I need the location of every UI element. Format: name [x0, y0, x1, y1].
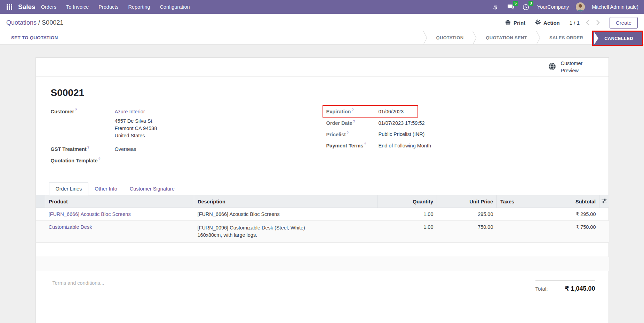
column-header-product[interactable]: Product	[45, 195, 194, 208]
table-row[interactable]: Customizable Desk [FURN_0096] Customizab…	[36, 221, 609, 243]
user-menu[interactable]: Mitchell Admin (sale)	[592, 4, 638, 10]
empty-row[interactable]	[36, 257, 609, 271]
statusbar: SET TO QUOTATION QUOTATION QUOTATION SEN…	[0, 31, 644, 45]
pricelist-field-label: Pricelist?	[326, 131, 379, 137]
row-handle-column	[36, 195, 45, 208]
printer-icon	[505, 19, 511, 26]
menu-products[interactable]: Products	[98, 4, 118, 10]
breadcrumb-quotations[interactable]: Quotations	[6, 19, 37, 26]
breadcrumb-current: S00021	[42, 19, 63, 26]
step-notch-icon	[594, 32, 599, 46]
row-handle[interactable]	[36, 208, 45, 221]
taxes-cell[interactable]	[497, 208, 525, 221]
quantity-cell[interactable]: 1.00	[377, 208, 437, 221]
field-column-right: Expiration? 01/06/2023 Order Date? 01/07…	[318, 108, 594, 168]
menu-orders[interactable]: Orders	[41, 4, 56, 10]
status-step-quotation[interactable]: QUOTATION	[427, 31, 473, 44]
app-name[interactable]: Sales	[18, 3, 35, 11]
customer-preview-button[interactable]: Customer Preview	[539, 58, 609, 76]
help-icon: ?	[351, 108, 353, 112]
field-group: Customer? Azure Interior 4557 De Silva S…	[36, 108, 609, 168]
table-header-row: Product Description Quantity Unit Price …	[36, 195, 609, 208]
help-icon: ?	[347, 131, 349, 135]
cancelled-label: CANCELLED	[604, 36, 633, 41]
customer-preview-label-1: Customer	[561, 60, 583, 67]
company-switcher[interactable]: YourCompany	[537, 4, 569, 10]
column-header-taxes[interactable]: Taxes	[497, 195, 525, 208]
gst-treatment-field-value[interactable]: Overseas	[115, 146, 136, 152]
table-row[interactable]: [FURN_6666] Acoustic Bloc Screens [FURN_…	[36, 208, 609, 221]
help-icon: ?	[87, 146, 89, 150]
pager-next-icon[interactable]	[596, 19, 600, 26]
form-view: Customer Preview S00021 Customer? Azure …	[0, 45, 644, 323]
breadcrumb: Quotations / S00021	[6, 19, 63, 26]
globe-icon	[548, 63, 556, 72]
payment-terms-field-label: Payment Terms?	[326, 142, 379, 148]
total-value: ₹ 1,045.00	[565, 285, 595, 292]
messages-count-badge: 5	[513, 1, 518, 6]
menu-configuration[interactable]: Configuration	[160, 4, 190, 10]
activities-clock-icon[interactable]: 3	[522, 3, 530, 11]
description-cell[interactable]: [FURN_0096] Customizable Desk (Steel, Wh…	[194, 221, 377, 243]
pager-previous-icon[interactable]	[586, 19, 590, 26]
messages-icon[interactable]: 5	[507, 3, 515, 11]
step-separator-icon	[472, 31, 477, 44]
action-button[interactable]: Action	[535, 19, 560, 26]
taxes-cell[interactable]	[497, 221, 525, 243]
set-to-quotation-button[interactable]: SET TO QUOTATION	[11, 35, 58, 40]
page-title: S00021	[51, 87, 609, 98]
row-handle[interactable]	[36, 221, 45, 243]
total-label: Total:	[535, 286, 548, 292]
tab-order-lines[interactable]: Order Lines	[49, 182, 89, 195]
status-step-sales-order[interactable]: SALES ORDER	[540, 31, 592, 44]
total-box: Total: ₹ 1,045.00	[535, 280, 595, 292]
order-date-field-value[interactable]: 01/07/2023 17:59:52	[379, 120, 425, 126]
product-link[interactable]: [FURN_6666] Acoustic Bloc Screens	[49, 211, 131, 217]
quantity-cell[interactable]: 1.00	[377, 221, 437, 243]
tab-customer-signature[interactable]: Customer Signature	[124, 183, 181, 195]
unit-price-cell[interactable]: 295.00	[437, 208, 497, 221]
menu-reporting[interactable]: Reporting	[128, 4, 150, 10]
customer-preview-label-2: Preview	[561, 67, 583, 74]
column-header-description[interactable]: Description	[194, 195, 377, 208]
cancelled-annotation-box: CANCELLED	[592, 31, 643, 46]
debug-bug-icon[interactable]	[491, 3, 500, 11]
empty-row[interactable]	[36, 243, 609, 257]
description-cell[interactable]: [FURN_6666] Acoustic Bloc Screens	[194, 208, 377, 221]
print-button[interactable]: Print	[505, 19, 525, 26]
expiration-field-value[interactable]: 01/06/2023	[379, 109, 404, 114]
gst-treatment-field-label: GST Treatment?	[51, 146, 115, 152]
avatar[interactable]	[576, 2, 585, 11]
payment-terms-field-value[interactable]: End of Following Month	[379, 143, 431, 148]
apps-grid-icon[interactable]	[4, 2, 15, 12]
column-header-subtotal[interactable]: Subtotal	[525, 195, 599, 208]
unit-price-cell[interactable]: 750.00	[437, 221, 497, 243]
activities-count-badge: 3	[528, 1, 533, 6]
menu-to-invoice[interactable]: To Invoice	[66, 4, 89, 10]
step-separator-icon	[536, 31, 540, 44]
product-link[interactable]: Customizable Desk	[49, 224, 92, 230]
pricelist-field-value[interactable]: Public Pricelist (INR)	[379, 131, 425, 137]
help-icon: ?	[98, 157, 101, 161]
quotation-template-field-label: Quotation Template?	[51, 157, 115, 163]
terms-and-conditions-input[interactable]: Terms and conditions...	[53, 280, 104, 286]
help-icon: ?	[75, 108, 77, 112]
main-menu: Orders To Invoice Products Reporting Con…	[41, 4, 190, 10]
help-icon: ?	[353, 120, 355, 123]
status-step-quotation-sent[interactable]: QUOTATION SENT	[477, 31, 536, 44]
customer-field-label: Customer?	[51, 108, 115, 114]
action-label: Action	[543, 20, 560, 26]
print-label: Print	[514, 20, 525, 26]
column-header-quantity[interactable]: Quantity	[377, 195, 437, 208]
customer-field-value[interactable]: Azure Interior	[115, 109, 145, 114]
subtotal-cell: ₹ 295.00	[525, 208, 599, 221]
status-step-cancelled[interactable]: CANCELLED	[593, 32, 642, 45]
expiration-field-label: Expiration?	[326, 108, 379, 114]
gear-icon	[535, 19, 541, 26]
optional-columns-icon[interactable]	[599, 195, 609, 208]
step-separator-icon	[423, 31, 427, 44]
create-button[interactable]: Create	[610, 17, 638, 29]
tab-other-info[interactable]: Other Info	[88, 183, 123, 195]
order-date-field-label: Order Date?	[326, 120, 379, 126]
column-header-unit-price[interactable]: Unit Price	[437, 195, 497, 208]
